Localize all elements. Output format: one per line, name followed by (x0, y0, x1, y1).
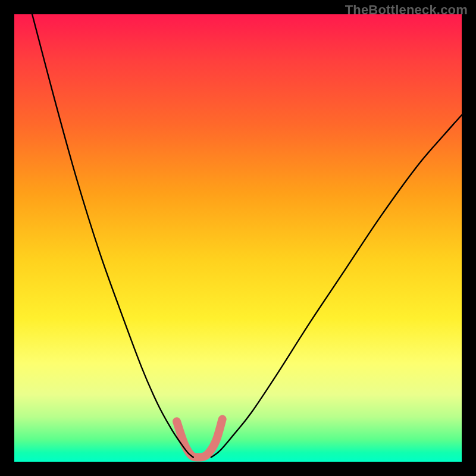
watermark-text: TheBottleneck.com (345, 2, 468, 18)
series-right-curve (211, 115, 462, 457)
series-left-curve (32, 14, 193, 457)
series-highlight-region (177, 419, 223, 458)
plot-area (14, 14, 462, 462)
chart-frame: TheBottleneck.com (0, 0, 476, 476)
curve-svg (14, 14, 462, 462)
